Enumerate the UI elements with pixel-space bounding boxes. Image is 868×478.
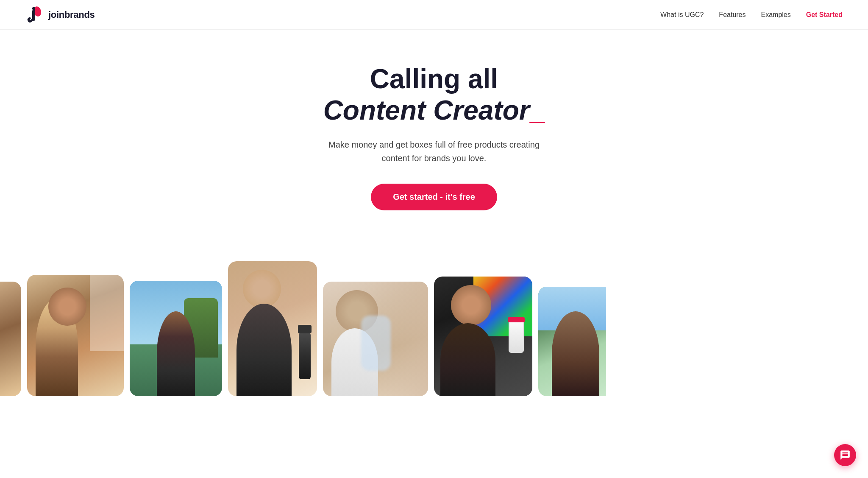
hero-section: Calling all Content Creator_ Make money … bbox=[0, 30, 868, 236]
photo-grid bbox=[0, 261, 868, 396]
photo-card-4 bbox=[323, 282, 428, 396]
photo-card-3 bbox=[228, 261, 317, 396]
photo-card-6 bbox=[538, 287, 606, 396]
nav-examples[interactable]: Examples bbox=[761, 11, 791, 19]
photo-card-1 bbox=[27, 275, 124, 396]
hero-title-line1: Calling all bbox=[370, 64, 498, 94]
nav-features[interactable]: Features bbox=[719, 11, 746, 19]
nav-get-started[interactable]: Get Started bbox=[806, 11, 843, 19]
photo-card-0 bbox=[0, 282, 21, 396]
svg-point-2 bbox=[32, 7, 35, 10]
nav-links: What is UGC? Features Examples Get Start… bbox=[660, 11, 843, 19]
logo-icon bbox=[25, 6, 44, 24]
photo-card-2 bbox=[130, 281, 222, 396]
navbar: joinbrands What is UGC? Features Example… bbox=[0, 0, 868, 30]
hero-subtitle: Make money and get boxes full of free pr… bbox=[324, 138, 544, 165]
photo-card-5 bbox=[434, 277, 532, 396]
hero-title-line2: Content Creator_ bbox=[323, 95, 545, 126]
logo[interactable]: joinbrands bbox=[25, 6, 95, 24]
nav-what-is-ugc[interactable]: What is UGC? bbox=[660, 11, 704, 19]
hero-cursor: _ bbox=[530, 95, 545, 126]
hero-title: Calling all Content Creator_ bbox=[323, 64, 545, 126]
hero-cta-button[interactable]: Get started - it's free bbox=[371, 184, 497, 210]
brand-name: joinbrands bbox=[48, 9, 95, 20]
